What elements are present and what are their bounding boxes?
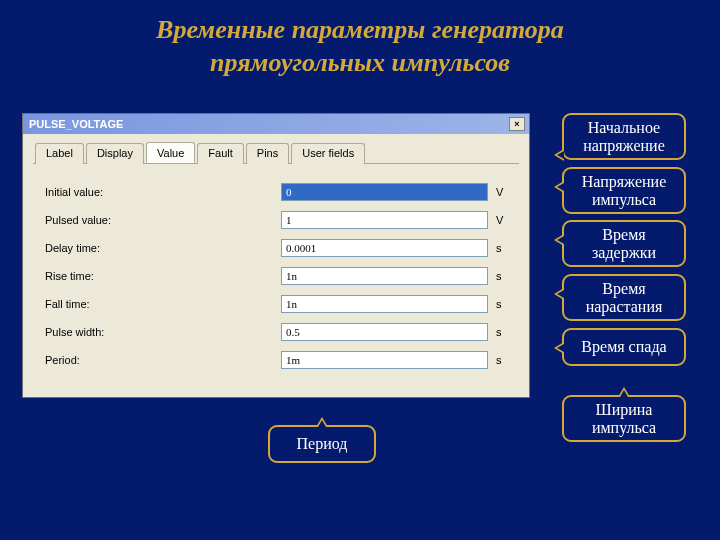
tab-userfields[interactable]: User fields [291,143,365,164]
callout-tail-icon [554,342,564,354]
close-icon: × [514,120,519,129]
unit-pulse-width: s [488,326,510,338]
unit-period: s [488,354,510,366]
input-period[interactable] [281,351,488,369]
value-form: Initial value: V Pulsed value: V Delay t… [33,164,519,380]
callout-tail-icon [618,387,630,397]
title-line1: Временные параметры генератора [156,15,564,44]
row-initial-value: Initial value: V [39,178,513,206]
close-button[interactable]: × [509,117,525,131]
callout-rise-time-text: Время нарастания [586,280,663,315]
slide-title: Временные параметры генератора прямоугол… [0,0,720,87]
tab-pins[interactable]: Pins [246,143,289,164]
callout-tail-icon [554,149,564,161]
callout-tail-icon [554,181,564,193]
callout-initial-voltage-text: Начальное напряжение [583,119,665,154]
callout-tail-icon [554,234,564,246]
dialog-title: PULSE_VOLTAGE [29,118,123,130]
dialog-body: Label Display Value Fault Pins User fiel… [23,134,529,390]
row-delay-time: Delay time: s [39,234,513,262]
label-pulsed-value: Pulsed value: [39,214,281,226]
callout-delay-time: Время задержки [562,220,686,267]
callout-fall-time: Время спада [562,328,686,366]
tabs: Label Display Value Fault Pins User fiel… [33,142,519,164]
callout-tail-icon [316,417,328,427]
tab-value[interactable]: Value [146,142,195,163]
callout-delay-time-text: Время задержки [592,226,656,261]
tab-fault[interactable]: Fault [197,143,243,164]
callout-tail-icon [554,288,564,300]
dialog-titlebar: PULSE_VOLTAGE × [23,114,529,134]
pulse-voltage-dialog: PULSE_VOLTAGE × Label Display Value Faul… [22,113,530,398]
callout-period: Период [268,425,376,463]
input-initial-value[interactable] [281,183,488,201]
label-initial-value: Initial value: [39,186,281,198]
row-period: Period: s [39,346,513,374]
unit-delay-time: s [488,242,510,254]
input-pulsed-value[interactable] [281,211,488,229]
callout-pulse-voltage-text: Напряжение импульса [582,173,667,208]
label-rise-time: Rise time: [39,270,281,282]
row-pulse-width: Pulse width: s [39,318,513,346]
input-rise-time[interactable] [281,267,488,285]
row-fall-time: Fall time: s [39,290,513,318]
callout-initial-voltage: Начальное напряжение [562,113,686,160]
unit-fall-time: s [488,298,510,310]
unit-pulsed-value: V [488,214,510,226]
callout-pulse-width-text: Ширина импульса [592,401,656,436]
tab-display[interactable]: Display [86,143,144,164]
callout-fall-time-text: Время спада [581,338,666,355]
label-pulse-width: Pulse width: [39,326,281,338]
callout-pulse-voltage: Напряжение импульса [562,167,686,214]
tab-label[interactable]: Label [35,143,84,164]
label-period: Period: [39,354,281,366]
unit-initial-value: V [488,186,510,198]
unit-rise-time: s [488,270,510,282]
callout-rise-time: Время нарастания [562,274,686,321]
title-line2: прямоугольных импульсов [210,48,510,77]
input-fall-time[interactable] [281,295,488,313]
label-fall-time: Fall time: [39,298,281,310]
callout-pulse-width: Ширина импульса [562,395,686,442]
row-rise-time: Rise time: s [39,262,513,290]
input-delay-time[interactable] [281,239,488,257]
label-delay-time: Delay time: [39,242,281,254]
input-pulse-width[interactable] [281,323,488,341]
callout-period-text: Период [297,435,348,452]
row-pulsed-value: Pulsed value: V [39,206,513,234]
